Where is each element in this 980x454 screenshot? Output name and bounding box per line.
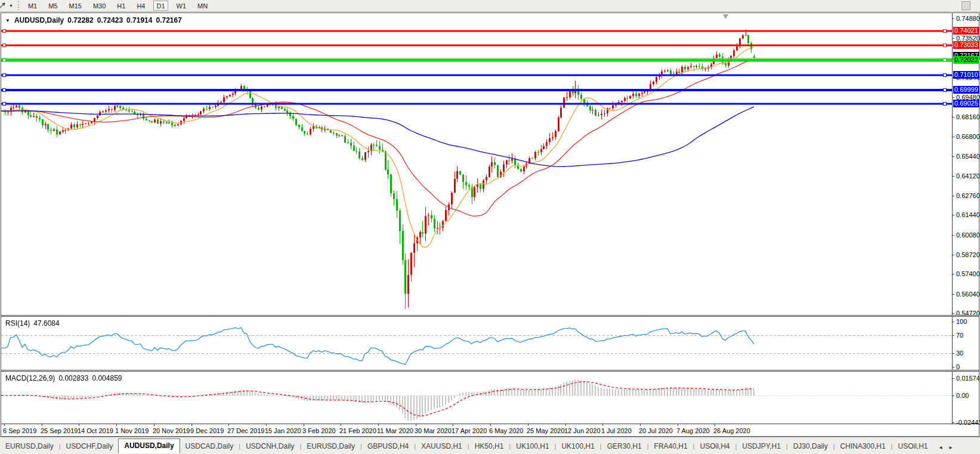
toolbar-separator xyxy=(18,1,21,10)
time-axis-label: 20 Nov 2019 xyxy=(153,427,190,434)
time-axis-label: 30 Mar 2020 xyxy=(415,427,452,434)
timeframe-button-m1[interactable]: M1 xyxy=(25,1,40,11)
price-axis-tick xyxy=(953,294,954,295)
time-axis-label: 3 Feb 2020 xyxy=(302,427,336,434)
tab-audusd-daily[interactable]: AUDUSD,Daily xyxy=(118,438,180,453)
price-axis-tick xyxy=(953,274,954,274)
price-level-badge[interactable]: 0.74021 xyxy=(953,27,979,35)
timeframe-button-h1[interactable]: H1 xyxy=(114,1,128,11)
tab-ger30-h1[interactable]: GER30,H1 xyxy=(602,440,647,453)
chart-symbol: AUDUSD,Daily xyxy=(14,16,64,24)
rsi-axis-label: 70 xyxy=(956,332,963,339)
timeframe-button-m30[interactable]: M30 xyxy=(90,1,109,11)
tab-usdchf-daily[interactable]: USDCHF,Daily xyxy=(61,440,119,453)
price-axis[interactable]: 0.748800.735200.721600.708400.694800.681… xyxy=(952,13,979,424)
collapse-triangle-icon[interactable]: ▼ xyxy=(5,18,10,23)
time-axis-tick xyxy=(565,424,566,426)
price-axis-label: 0.64120 xyxy=(956,172,980,180)
time-axis-tick xyxy=(416,424,416,426)
tab-china300-h1[interactable]: CHINA300,H1 xyxy=(835,440,891,453)
time-axis-label: 17 Apr 2020 xyxy=(452,427,487,434)
price-axis-tick xyxy=(953,117,954,118)
price-axis-tick xyxy=(953,137,954,137)
rsi-value: 47.6084 xyxy=(33,319,59,328)
time-axis-tick xyxy=(116,424,117,426)
panel-separator[interactable] xyxy=(1,370,979,372)
price-level-badge[interactable]: 0.72022 xyxy=(953,56,979,64)
tab-usdcad-daily[interactable]: USDCAD,Daily xyxy=(180,440,239,453)
tab-scroll-right-icon[interactable]: ▸ xyxy=(950,444,953,450)
price-axis-label: 0.68160 xyxy=(956,113,980,121)
timeframe-buttons: M1M5M15M30H1H4D1W1MN xyxy=(25,1,211,11)
time-axis-tick xyxy=(678,424,678,426)
time-axis-tick xyxy=(42,424,42,426)
time-axis-tick xyxy=(4,424,5,426)
timeframe-button-mn[interactable]: MN xyxy=(194,1,211,11)
rsi-name: RSI(14) xyxy=(5,319,30,328)
time-axis-label: 25 May 2020 xyxy=(527,427,565,434)
macd-axis-tick xyxy=(953,396,954,396)
price-axis-tick xyxy=(953,18,954,19)
time-axis[interactable]: 6 Sep 201925 Sep 201914 Oct 20191 Nov 20… xyxy=(1,424,979,436)
dropdown-caret-icon[interactable]: ▼ xyxy=(9,4,13,8)
macd-signal-value: 0.004859 xyxy=(92,374,122,382)
rsi-axis-label: 30 xyxy=(956,350,963,357)
time-axis-tick xyxy=(228,424,229,426)
rsi-panel-canvas[interactable] xyxy=(1,317,952,370)
toolbar: ▼ M1M5M15M30H1H4D1W1MN xyxy=(0,0,980,12)
tab-gbpusd-h4[interactable]: GBPUSD,H4 xyxy=(362,440,414,453)
trading-platform: { "toolbar": { "timeframes": ["M1","M5",… xyxy=(0,0,980,454)
tab-eurusd-daily[interactable]: EURUSD,Daily xyxy=(0,440,59,453)
macd-axis-label: 0.00 xyxy=(956,392,969,399)
price-axis-tick xyxy=(953,313,954,314)
time-axis-tick xyxy=(304,424,304,426)
tab-hk50-h1[interactable]: HK50,H1 xyxy=(469,440,509,453)
tab-eurusd-daily[interactable]: EURUSD,Daily xyxy=(301,440,360,453)
tab-fra40-h1[interactable]: FRA40,H1 xyxy=(649,440,693,453)
time-axis-tick xyxy=(79,424,79,426)
toolbar-handle xyxy=(962,1,970,10)
chart-title: ▼ AUDUSD,Daily 0.72282 0.72423 0.71914 0… xyxy=(5,16,182,24)
price-axis-label: 0.57400 xyxy=(956,270,980,277)
price-axis-label: 0.74880 xyxy=(956,15,980,22)
tab-scroll-left-icon[interactable]: ◂ xyxy=(939,444,942,450)
crosshair-tool-icon[interactable] xyxy=(0,1,8,11)
timeframe-button-m5[interactable]: M5 xyxy=(45,1,60,11)
macd-axis-tick xyxy=(953,378,954,379)
time-axis-label: 1 Nov 2019 xyxy=(115,427,149,434)
time-axis-label: 25 Sep 2019 xyxy=(41,427,78,434)
timeframe-button-m15[interactable]: M15 xyxy=(66,1,85,11)
price-level-badge[interactable]: 0.69025 xyxy=(953,100,979,107)
tab-usdcnh-daily[interactable]: USDCNH,Daily xyxy=(240,440,299,453)
panel-separator[interactable] xyxy=(1,315,979,317)
timeframe-button-h4[interactable]: H4 xyxy=(134,1,148,11)
time-axis-tick xyxy=(715,424,715,426)
time-axis-border xyxy=(1,424,979,424)
time-axis-tick xyxy=(191,424,192,426)
price-level-badge[interactable]: 0.69999 xyxy=(953,86,979,94)
price-level-badge[interactable]: 0.73033 xyxy=(953,41,979,49)
macd-axis-label: 0.015741 xyxy=(956,375,980,382)
timeframe-button-w1[interactable]: W1 xyxy=(174,1,190,11)
time-axis-label: 6 May 2020 xyxy=(489,427,523,434)
price-axis-label: 0.58720 xyxy=(956,251,980,258)
price-axis-tick xyxy=(953,38,954,39)
macd-axis-label: -0.024412 xyxy=(956,419,980,426)
tab-dj30-daily[interactable]: DJ30,Daily xyxy=(788,440,833,453)
rsi-axis-tick xyxy=(953,335,954,336)
time-axis-tick xyxy=(378,424,379,426)
price-axis-tick xyxy=(953,235,954,236)
tab-usoil-h4[interactable]: USOil,H4 xyxy=(694,440,735,453)
tab-usoil-h1[interactable]: USOil,H1 xyxy=(892,440,933,453)
tab-uk100-h1[interactable]: UK100,H1 xyxy=(556,440,599,453)
time-axis-label: 11 Mar 2020 xyxy=(377,427,413,434)
tab-scroll-arrows: ◂▸ xyxy=(939,444,952,450)
tab-usdjpy-h1[interactable]: USDJPY,H1 xyxy=(737,440,786,453)
price-chart-canvas[interactable] xyxy=(1,13,952,316)
macd-panel-canvas[interactable] xyxy=(1,372,952,424)
tab-xauusd-h1[interactable]: XAUUSD,H1 xyxy=(416,440,468,453)
price-level-badge[interactable]: 0.71010 xyxy=(953,71,979,79)
tab-uk100-h1[interactable]: UK100,H1 xyxy=(511,440,554,453)
rsi-axis-tick xyxy=(953,353,954,354)
timeframe-button-d1[interactable]: D1 xyxy=(153,1,168,11)
